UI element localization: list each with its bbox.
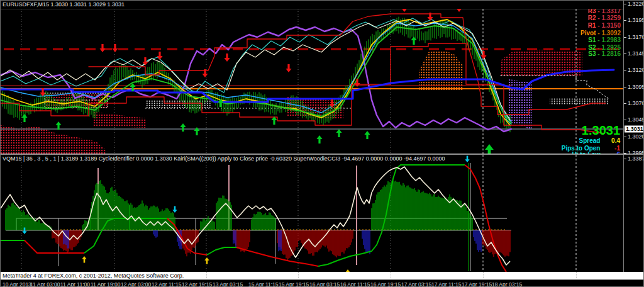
indicator-params: VQM15 | 36 , 3 , 5 , 1 | 1.3189 1.3189 C… — [3, 155, 621, 162]
price-scale[interactable]: 1.32201.31951.31701.31451.31201.30951.30… — [623, 1, 644, 154]
spread-label: Spread — [579, 137, 601, 144]
time-axis-label: 11 Apr 19:00 — [91, 281, 121, 287]
price-scale-tick: 1.3070 — [628, 100, 644, 106]
pivot-level-s1: S1 - 1.2983 — [545, 37, 621, 43]
time-axis-label: 16 Apr 03:15 — [309, 281, 340, 287]
time-axis-label: 17 Apr 03:15 — [401, 281, 431, 287]
status-text: MetaTrader 4 at FOREX.com, c 2001-2012, … — [3, 273, 184, 279]
time-axis-label: 17 Apr 11:15 — [431, 281, 462, 287]
price-scale-tick: 1.3020 — [628, 133, 644, 140]
time-axis-label: 13 Apr 03:15 — [213, 281, 243, 287]
time-axis-label: 12 Apr 19:15 — [182, 281, 212, 287]
title-bar: EURUSDFXF,M15 1.3030 1.3031 1.3029 1.303… — [1, 1, 625, 9]
indicator-scale[interactable]: 1.3387 — [623, 155, 644, 272]
buy-arrow-icon — [82, 256, 86, 262]
indicator-scale-tick: 1.3387 — [628, 155, 644, 162]
pivot-level-pivot: Pivot - 1.3092 — [545, 30, 621, 37]
time-axis-label: 12 Apr 03:00 — [121, 281, 151, 287]
time-axis-label: 11 Apr 03:00 — [30, 281, 60, 287]
pivot-level-r2: R2 - 1.3259 — [545, 14, 621, 21]
price-scale-tick: 1.3045 — [628, 116, 644, 123]
status-bar: MetaTrader 4 at FOREX.com, c 2001-2012, … — [1, 272, 644, 279]
pivot-level-r3: R3 - 1.3317 — [545, 9, 621, 14]
price-scale-tick: 1.3170 — [628, 34, 644, 40]
price-scale-tick: 1.3145 — [628, 50, 644, 57]
pivot-level-s3: S3 - 1.2816 — [545, 50, 621, 57]
price-scale-tick: 1.3120 — [628, 67, 644, 73]
pivot-level-r1: R1 - 1.3150 — [545, 22, 621, 29]
time-axis-label: 16 Apr 11:15 — [340, 281, 370, 287]
time-axis-label: 16 Apr 19:15 — [370, 281, 401, 287]
mt4-window: EURUSDFXF,M15 1.3030 1.3031 1.3029 1.303… — [0, 0, 644, 287]
indicator-canvas[interactable] — [1, 155, 623, 272]
time-axis-label: 10 Apr 2013 — [3, 281, 31, 287]
current-price-scale-box: 1.3031 — [625, 126, 644, 133]
current-price-display: 1.3031 — [582, 124, 620, 137]
time-axis-label: 18 Apr 03:15 — [492, 281, 522, 287]
time-axis-label: 15 Apr 19:15 — [279, 281, 309, 287]
buy-arrow-icon — [204, 257, 209, 264]
main-chart-panel: R3 - 1.3317R2 - 1.3259R1 - 1.3150Pivot -… — [1, 9, 623, 154]
time-axis-label: 12 Apr 11:15 — [152, 281, 182, 287]
price-scale-tick: 1.3220 — [628, 1, 644, 7]
chart-title: EURUSDFXF,M15 1.3030 1.3031 1.3029 1.303… — [3, 1, 125, 8]
indicator-panel: VQM15 | 36 , 3 , 5 , 1 | 1.3189 1.3189 C… — [1, 155, 623, 272]
time-axis-label: 15 Apr 11:15 — [248, 281, 279, 287]
spread-value: 0.4 — [604, 137, 620, 144]
price-scale-tick: 1.3095 — [628, 84, 644, 90]
sell-arrow-icon — [172, 206, 177, 213]
time-axis-label: 17 Apr 19:15 — [462, 281, 492, 287]
price-scale-tick: 1.3195 — [628, 17, 644, 23]
spread-row: Spread 0.4 — [475, 137, 620, 144]
time-axis-label: 11 Apr 11:00 — [60, 281, 90, 287]
time-axis[interactable]: 10 Apr 201311 Apr 03:0011 Apr 11:0011 Ap… — [1, 279, 644, 287]
